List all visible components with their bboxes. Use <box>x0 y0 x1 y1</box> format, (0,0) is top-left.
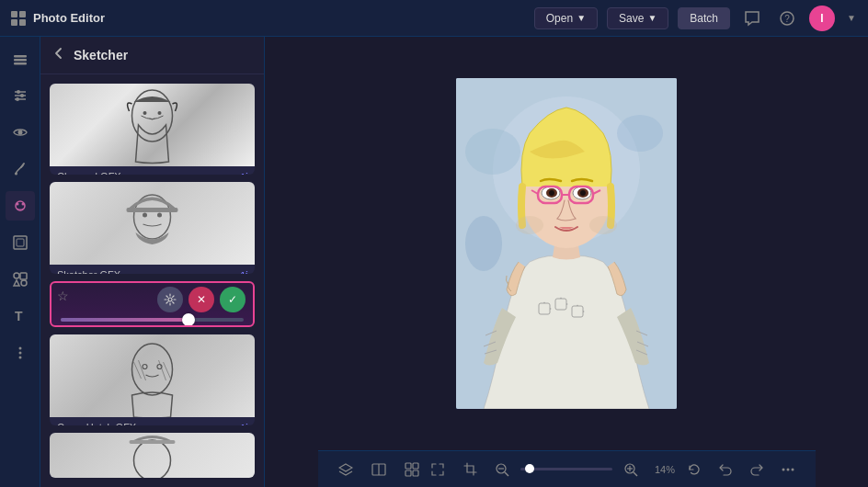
header-chevron-icon[interactable]: ▼ <box>844 6 859 31</box>
zoom-plus-button[interactable] <box>620 459 642 481</box>
effect-thumbnail-sketcher <box>50 182 255 265</box>
zoom-minus-button[interactable] <box>491 459 513 481</box>
sidebar-item-frames[interactable] <box>6 228 35 257</box>
effect-slider-fill <box>61 318 188 322</box>
icon-bar: T <box>0 37 40 487</box>
grid-toolbar-icon[interactable] <box>399 457 425 482</box>
effect-thumbnail-charcoal <box>50 84 255 166</box>
back-button[interactable] <box>51 46 66 64</box>
sidebar-title: Sketcher <box>74 48 128 62</box>
open-label: Open <box>546 12 573 25</box>
sidebar-effects-list: Charcoal GFX Ai <box>40 74 264 487</box>
compare-toolbar-icon[interactable] <box>366 457 392 482</box>
app-body: T Sketcher <box>0 37 868 487</box>
sidebar-item-adjustments[interactable] <box>6 81 35 110</box>
toolbar-center: 14% <box>425 457 681 482</box>
sidebar-item-effects[interactable] <box>6 191 35 221</box>
svg-point-87 <box>782 468 784 470</box>
svg-point-24 <box>21 280 27 286</box>
svg-text:?: ? <box>784 14 790 24</box>
toolbar-left <box>333 457 425 482</box>
toolbar-right <box>681 457 801 482</box>
open-button[interactable]: Open ▼ <box>534 7 598 29</box>
crosshatch-label-row: Cross Hatch GFX Ai <box>50 417 255 425</box>
svg-point-88 <box>786 468 789 470</box>
svg-point-27 <box>18 352 21 355</box>
sidebar-header: Sketcher <box>40 37 264 74</box>
effect-card-bottom[interactable] <box>50 433 255 478</box>
fit-toolbar-icon[interactable] <box>425 457 451 482</box>
svg-point-73 <box>465 216 502 271</box>
effect-card-active[interactable]: ☆ ✕ ✓ <box>50 281 255 327</box>
svg-point-10 <box>17 90 20 94</box>
batch-button[interactable]: Batch <box>678 7 730 29</box>
sidebar-item-more[interactable] <box>6 338 35 368</box>
sidebar-item-elements[interactable] <box>6 265 35 294</box>
batch-label: Batch <box>690 12 718 25</box>
svg-text:T: T <box>15 309 23 323</box>
svg-point-89 <box>791 468 794 470</box>
app-header: Photo Editor Open ▼ Save ▼ Batch ? I ▼ <box>0 0 868 37</box>
svg-rect-3 <box>19 19 26 26</box>
header-right: ? I ▼ <box>739 6 859 31</box>
bottom-toolbar: 14% <box>318 450 816 487</box>
svg-point-34 <box>143 213 147 218</box>
svg-point-71 <box>465 129 520 175</box>
sidebar-item-brush[interactable] <box>6 154 35 184</box>
svg-line-39 <box>139 360 146 380</box>
photo-display <box>456 78 677 409</box>
zoom-slider[interactable] <box>520 468 612 470</box>
svg-rect-77 <box>413 463 418 469</box>
main-canvas-area: 14% <box>265 37 868 487</box>
effect-card-crosshatch[interactable]: Cross Hatch GFX Ai <box>50 334 255 425</box>
svg-line-82 <box>505 472 508 476</box>
star-icon: ☆ <box>57 289 69 303</box>
sketcher-label: Sketcher GFX <box>57 269 120 273</box>
crop-toolbar-icon[interactable] <box>458 457 484 482</box>
svg-rect-6 <box>14 55 27 58</box>
svg-point-59 <box>549 190 554 196</box>
sketcher-label-row: Sketcher GFX Ai <box>50 265 255 273</box>
help-icon[interactable]: ? <box>774 6 800 31</box>
svg-point-22 <box>14 273 19 278</box>
svg-point-26 <box>18 347 21 350</box>
comment-icon[interactable] <box>739 6 765 31</box>
svg-point-66 <box>516 216 543 234</box>
sidebar-item-layers[interactable] <box>6 44 35 74</box>
zoom-slider-thumb <box>525 464 534 473</box>
svg-point-60 <box>580 190 586 196</box>
svg-rect-21 <box>17 239 24 246</box>
svg-rect-0 <box>11 11 17 17</box>
save-button[interactable]: Save ▼ <box>607 7 668 29</box>
sidebar-item-eye[interactable] <box>6 118 35 147</box>
sidebar-item-text[interactable]: T <box>6 301 35 331</box>
app-logo: Photo Editor <box>9 9 105 28</box>
effect-slider-thumb[interactable] <box>182 313 195 326</box>
chevron-down-icon: ▼ <box>647 13 657 23</box>
history-button[interactable] <box>681 457 707 482</box>
effect-card-charcoal[interactable]: Charcoal GFX Ai <box>50 84 255 175</box>
effect-slider-track[interactable] <box>61 318 244 322</box>
svg-rect-1 <box>19 11 26 17</box>
effect-cancel-button[interactable]: ✕ <box>188 287 214 312</box>
layers-toolbar-icon[interactable] <box>333 457 359 482</box>
sketcher-ai-badge: Ai <box>239 270 247 273</box>
redo-button[interactable] <box>744 457 770 482</box>
grid-icon <box>9 9 28 28</box>
undo-button[interactable] <box>713 457 738 482</box>
svg-rect-78 <box>405 470 411 476</box>
chevron-down-icon: ▼ <box>577 13 586 23</box>
active-effect-top: ☆ ✕ ✓ <box>51 283 253 327</box>
effect-apply-button[interactable]: ✓ <box>220 287 246 312</box>
svg-point-28 <box>18 357 21 359</box>
more-button[interactable] <box>775 457 801 482</box>
sidebar-panel: Sketcher <box>40 37 265 487</box>
avatar[interactable]: I <box>809 6 835 31</box>
effect-settings-button[interactable] <box>157 287 183 312</box>
svg-point-72 <box>617 115 663 152</box>
svg-point-35 <box>157 213 162 218</box>
svg-rect-2 <box>11 19 17 26</box>
crosshatch-label: Cross Hatch GFX <box>57 422 136 425</box>
effect-card-sketcher[interactable]: Sketcher GFX Ai <box>50 182 255 273</box>
svg-rect-76 <box>405 463 411 469</box>
